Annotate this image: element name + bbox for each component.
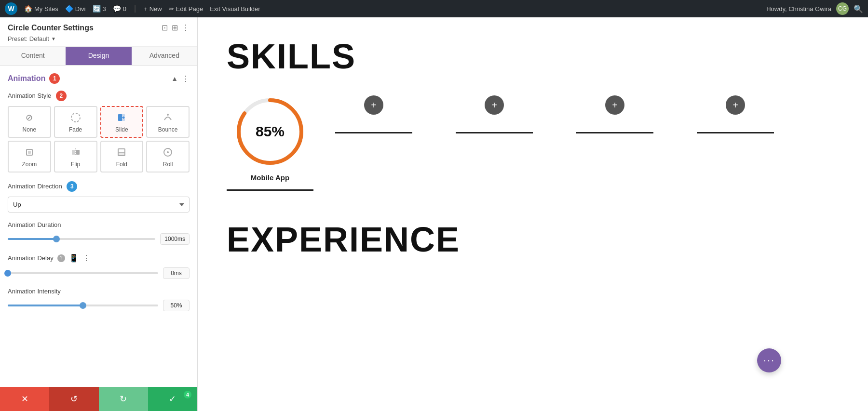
admin-bar-right: Howdy, Christina Gwira CG 🔍	[766, 2, 863, 15]
floating-dots-button[interactable]: ···	[757, 348, 781, 372]
experience-title: EXPERIENCE	[227, 220, 839, 259]
anim-flip-label: Flip	[71, 161, 80, 168]
add-counter-4[interactable]: +	[726, 95, 745, 115]
svg-point-15	[167, 151, 169, 153]
save-button[interactable]: ✓ 4	[148, 387, 197, 411]
animation-duration-field: Animation Duration 1000ms	[8, 221, 190, 245]
anim-none-label: None	[23, 126, 37, 133]
anim-flip[interactable]: Flip	[54, 141, 97, 172]
flip-icon	[70, 146, 81, 159]
anim-none[interactable]: ⊘ None	[8, 106, 51, 138]
panel-tabs: Content Design Advanced	[0, 47, 197, 66]
section-title-animation: Animation 1	[8, 73, 60, 84]
help-icon[interactable]: ?	[57, 254, 65, 262]
exit-visual-builder-item[interactable]: Exit Visual Builder	[210, 5, 260, 13]
none-icon: ⊘	[26, 111, 33, 124]
add-counter-3[interactable]: +	[605, 95, 624, 115]
animation-section-header: Animation 1 ▲ ⋮	[8, 73, 190, 84]
delay-slider[interactable]	[8, 272, 158, 274]
animation-style-label: Animation Style 2	[8, 91, 190, 101]
svg-rect-7	[28, 151, 31, 154]
intensity-thumb[interactable]	[80, 302, 86, 309]
placeholder-line-4	[697, 132, 774, 133]
anim-bounce-label: Bounce	[158, 126, 178, 133]
animation-duration-label: Animation Duration	[8, 221, 190, 228]
svg-rect-9	[76, 150, 80, 155]
intensity-fill	[8, 305, 83, 306]
duration-fill	[8, 238, 56, 240]
cancel-button[interactable]: ✕	[0, 387, 49, 411]
animation-delay-field: Animation Delay ? 📱 ⋮ 0ms	[8, 253, 190, 279]
fold-icon	[116, 146, 127, 159]
new-item[interactable]: + New	[144, 5, 162, 13]
anim-slide[interactable]: Slide	[100, 106, 144, 138]
redo-button[interactable]: ↻	[99, 387, 148, 411]
anim-zoom-label: Zoom	[22, 161, 37, 168]
add-counter-1[interactable]: +	[364, 95, 383, 115]
add-counter-2[interactable]: +	[485, 95, 504, 115]
section-more-icon[interactable]: ⋮	[182, 74, 190, 83]
anim-fade[interactable]: Fade	[54, 106, 97, 138]
intensity-value: 50%	[163, 300, 190, 311]
duration-slider[interactable]	[8, 238, 155, 240]
tab-advanced[interactable]: Advanced	[132, 47, 197, 65]
tab-design[interactable]: Design	[66, 47, 131, 65]
duration-thumb[interactable]	[53, 236, 60, 242]
anim-slide-label: Slide	[115, 126, 128, 133]
delay-more-icon[interactable]: ⋮	[82, 253, 90, 263]
circle-label: Mobile App	[251, 173, 289, 182]
placeholder-line-2	[456, 132, 533, 133]
delay-thumb[interactable]	[4, 270, 11, 277]
tab-content[interactable]: Content	[0, 47, 66, 65]
circle-svg: 85%	[234, 95, 306, 168]
placeholder-line-1	[335, 132, 412, 133]
panel-header: Circle Counter Settings ⊡ ⊞ ⋮ Preset: De…	[0, 17, 197, 47]
plus-icon: +	[144, 5, 148, 13]
collapse-icon[interactable]: ▲	[171, 75, 178, 82]
anim-fold-label: Fold	[116, 161, 127, 168]
circle-counter-section: 85% Mobile App + + + +	[227, 95, 839, 191]
anim-style-badge: 2	[56, 91, 67, 101]
save-badge: 4	[183, 390, 192, 399]
wordpress-icon[interactable]: W	[5, 2, 17, 15]
chevron-down-icon: ▼	[51, 36, 56, 41]
admin-bar: W 🏠 My Sites 🔷 Divi 🔄 3 💬 0 | + New ✏ Ed…	[0, 0, 868, 17]
svg-point-0	[71, 113, 80, 122]
avatar[interactable]: CG	[836, 2, 849, 15]
animation-intensity-field: Animation Intensity 50%	[8, 288, 190, 311]
comment-count-item[interactable]: 🔄 3	[93, 5, 106, 13]
anim-fold[interactable]: Fold	[100, 141, 144, 172]
zoom-icon	[24, 146, 35, 159]
animation-style-grid: ⊘ None Fade	[8, 106, 190, 172]
undo-button[interactable]: ↺	[49, 387, 98, 411]
slide-icon	[116, 111, 127, 124]
mobile-icon[interactable]: 📱	[69, 253, 79, 263]
animation-direction-select[interactable]: Up Down Left Right	[8, 197, 190, 212]
divi-menu[interactable]: 🔷 Divi	[65, 5, 86, 13]
anim-zoom[interactable]: Zoom	[8, 141, 51, 172]
minimize-icon[interactable]: ⊡	[162, 23, 168, 32]
edit-page-item[interactable]: ✏ Edit Page	[169, 5, 203, 13]
anim-fade-label: Fade	[69, 126, 82, 133]
comment-item[interactable]: 💬 0	[113, 5, 126, 13]
svg-rect-8	[72, 150, 75, 155]
anim-roll[interactable]: Roll	[146, 141, 190, 172]
duration-value: 1000ms	[160, 233, 190, 245]
left-panel: Circle Counter Settings ⊡ ⊞ ⋮ Preset: De…	[0, 17, 198, 411]
animation-direction-label: Animation Direction 3	[8, 181, 190, 192]
layout-icon[interactable]: ⊞	[172, 23, 178, 32]
my-sites-menu[interactable]: 🏠 My Sites	[24, 5, 58, 13]
fade-icon	[70, 111, 81, 124]
counter-placeholder-2: +	[434, 95, 555, 133]
svg-point-5	[167, 114, 169, 116]
svg-rect-13	[118, 152, 125, 156]
pencil-icon: ✏	[169, 5, 174, 13]
circle-percent: 85%	[256, 123, 285, 140]
panel-more-icon[interactable]: ⋮	[182, 23, 190, 32]
circle-underline	[227, 189, 313, 191]
preset-row[interactable]: Preset: Default ▼	[8, 35, 190, 42]
anim-bounce[interactable]: Bounce	[146, 106, 190, 138]
search-icon[interactable]: 🔍	[854, 4, 863, 13]
intensity-slider[interactable]	[8, 305, 158, 306]
right-content: SKILLS 85% Mobile App +	[198, 17, 868, 411]
